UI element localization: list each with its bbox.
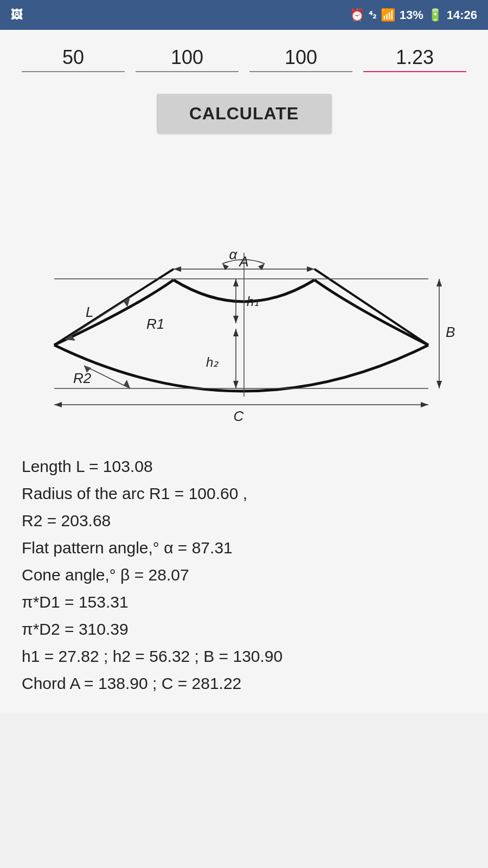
diagram-container: α A L R1 R2 h₁ h₂ B C <box>11 155 477 426</box>
svg-marker-15 <box>233 279 239 286</box>
results-container: Length L = 103.08 Radius of the arc R1 =… <box>11 448 477 703</box>
svg-marker-18 <box>233 329 239 336</box>
calculate-button[interactable]: CALCULATE <box>157 94 331 133</box>
result-line-9: Chord A = 138.90 ; C = 281.22 <box>22 671 466 697</box>
svg-text:L: L <box>86 304 93 320</box>
svg-text:R1: R1 <box>146 316 164 332</box>
svg-marker-12 <box>54 402 62 407</box>
svg-marker-7 <box>436 381 442 388</box>
svg-text:h₂: h₂ <box>206 355 219 369</box>
result-line-3: R2 = 203.68 <box>22 508 466 534</box>
input-field-3-container <box>249 46 352 72</box>
svg-marker-16 <box>233 316 239 323</box>
svg-marker-9 <box>174 266 181 272</box>
input-field-1-container <box>22 46 125 72</box>
svg-line-1 <box>314 269 428 345</box>
photo-icon: 🖼 <box>11 8 23 22</box>
alarm-icon: ⏰ <box>350 8 364 22</box>
svg-line-20 <box>65 297 130 340</box>
result-line-4: Flat pattern angle,° α = 87.31 <box>22 535 466 561</box>
svg-marker-10 <box>307 266 314 272</box>
cone-diagram: α A L R1 R2 h₁ h₂ B C <box>22 155 466 426</box>
bluetooth-icon: ⁴₂ <box>369 9 376 21</box>
battery-icon: 🔋 <box>428 8 442 22</box>
result-line-7: π*D2 = 310.39 <box>22 616 466 642</box>
status-bar: 🖼 ⏰ ⁴₂ 📶 13% 🔋 14:26 <box>0 0 488 30</box>
input-row <box>11 46 477 72</box>
calculate-btn-container: CALCULATE <box>11 94 477 133</box>
signal-icon: 📶 <box>381 8 395 22</box>
time-display: 14:26 <box>447 8 477 22</box>
input-field-4-container <box>363 46 466 72</box>
status-icons: ⏰ ⁴₂ 📶 13% 🔋 14:26 <box>350 8 477 22</box>
result-line-1: Length L = 103.08 <box>22 454 466 480</box>
battery-text: 13% <box>400 8 423 22</box>
result-line-8: h1 = 27.82 ; h2 = 56.32 ; B = 130.90 <box>22 643 466 669</box>
svg-line-0 <box>54 269 174 345</box>
result-line-2: Radius of the arc R1 = 100.60 , <box>22 481 466 507</box>
input-field-1[interactable] <box>22 46 125 72</box>
input-field-3[interactable] <box>249 46 352 72</box>
svg-marker-19 <box>233 381 239 388</box>
svg-text:h₁: h₁ <box>247 294 259 309</box>
svg-marker-13 <box>421 402 428 407</box>
input-field-2[interactable] <box>136 46 239 72</box>
input-field-2-container <box>136 46 239 72</box>
main-content: CALCULATE <box>0 30 488 714</box>
svg-text:C: C <box>234 408 244 424</box>
input-field-4[interactable] <box>363 46 466 72</box>
svg-text:A: A <box>238 253 248 270</box>
result-line-5: Cone angle,° β = 28.07 <box>22 562 466 588</box>
svg-text:R2: R2 <box>73 370 92 386</box>
svg-marker-6 <box>436 279 442 286</box>
result-line-6: π*D1 = 153.31 <box>22 589 466 615</box>
svg-text:B: B <box>446 324 455 340</box>
